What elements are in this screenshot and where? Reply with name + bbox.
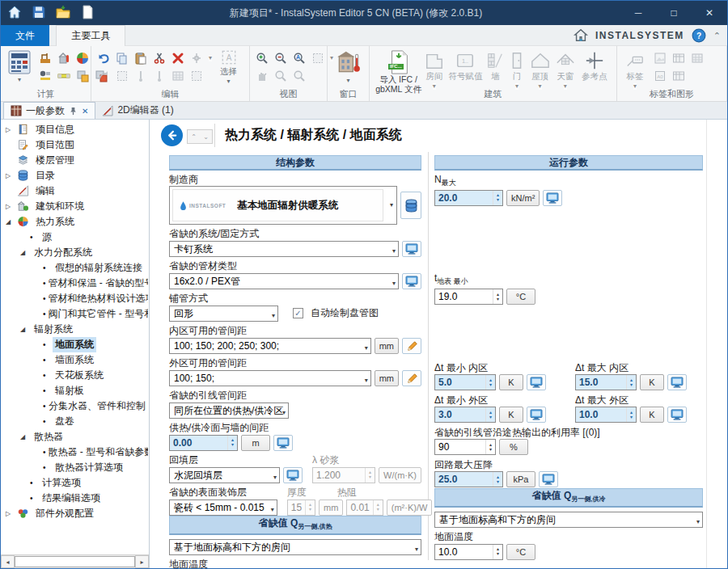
pressure-drop-spinner[interactable]: 25.0 ▴▾ xyxy=(434,471,503,487)
pin-icon[interactable] xyxy=(69,107,78,116)
scroll-right-icon[interactable]: ▸ xyxy=(135,555,149,568)
inner-spacing-combo[interactable]: 100; 150; 200; 250; 300; ▾ xyxy=(169,338,371,354)
spinner-arrows[interactable]: ▴▾ xyxy=(485,407,495,422)
auto-draw-checkbox[interactable]: ✓ xyxy=(293,308,303,318)
tree-item-5[interactable]: ▷建筑和环境 xyxy=(1,199,148,214)
import-ifc-button[interactable]: IFC... 导入 IFC / gbXML 文件 xyxy=(375,49,421,89)
ground-temp-unit-button[interactable]: °C xyxy=(506,544,535,560)
tree-item-13[interactable]: ◢辐射系统 xyxy=(1,322,148,337)
tree-item-16[interactable]: •天花板系统 xyxy=(1,368,148,383)
screed-combo[interactable]: 水泥回填层 ▾ xyxy=(169,467,280,483)
package-icon[interactable] xyxy=(76,70,89,82)
inner-spacing-edit-button[interactable] xyxy=(402,338,421,354)
expand-expander-icon[interactable]: ▷ xyxy=(6,203,17,210)
dt-catalog-button[interactable] xyxy=(667,407,687,423)
dropdown-arrow-icon[interactable]: ▾ xyxy=(272,309,275,322)
heat-demand-icon[interactable] xyxy=(57,52,70,65)
q-cooling-basis-combo[interactable]: 基于地面标高和下方的房间 ▾ xyxy=(434,512,703,528)
lead-spacing-combo[interactable]: 同所在位置的供热/供冷区 ▾ xyxy=(169,403,289,419)
expand-all-button[interactable]: ⌄ xyxy=(200,130,212,143)
outer-spacing-edit-button[interactable] xyxy=(402,370,421,386)
dropdown-arrow-icon[interactable]: ▾ xyxy=(365,341,368,354)
dropdown-arrow-icon[interactable]: ▾ xyxy=(273,470,277,483)
zoom-in-icon[interactable] xyxy=(256,52,269,65)
tab-main-tools[interactable]: 主要工具 xyxy=(56,25,125,46)
system-catalog-button[interactable] xyxy=(402,241,421,257)
tree-item-label[interactable]: 阀门和其它管件 - 型号和省 xyxy=(46,306,148,322)
auto-draw-label[interactable]: 自动绘制盘管图 xyxy=(311,306,379,320)
expand-expander-icon[interactable]: ▷ xyxy=(6,510,17,517)
expand-expander-icon[interactable]: ▷ xyxy=(6,172,17,179)
utilization-spinner[interactable]: 90 ▴▾ xyxy=(434,439,496,455)
tree-item-label[interactable]: 地面系统 xyxy=(53,337,96,352)
tree-item-label[interactable]: 项目信息 xyxy=(33,122,77,137)
tree-item-label[interactable]: 辐射系统 xyxy=(32,322,75,337)
tree-item-label[interactable]: 部件外观配置 xyxy=(33,506,96,521)
tree-item-3[interactable]: ▷目录 xyxy=(1,168,148,183)
tree-item-label[interactable]: 管材和保温 - 省缺的型号和 xyxy=(46,276,148,291)
tree-item-12[interactable]: •阀门和其它管件 - 型号和省 xyxy=(1,306,148,322)
wall-distance-unit-button[interactable]: m xyxy=(241,435,270,451)
tree-item-15[interactable]: •墙面系统 xyxy=(1,352,148,368)
tree-item-label[interactable]: 结果编辑选项 xyxy=(40,491,103,506)
minimize-button[interactable]: ─ xyxy=(620,1,656,25)
tree-item-label[interactable]: 项目范围 xyxy=(33,137,77,153)
tree-item-22[interactable]: •散热器计算选项 xyxy=(1,460,148,475)
tree-item-10[interactable]: •管材和保温 - 省缺的型号和 xyxy=(1,276,148,291)
tree-item-0[interactable]: ▷项目信息 xyxy=(1,122,148,137)
dropdown-arrow-icon[interactable]: ▾ xyxy=(696,515,700,528)
open-icon[interactable] xyxy=(56,5,70,19)
pressure-catalog-button[interactable] xyxy=(539,471,558,487)
paste-icon[interactable] xyxy=(134,52,147,65)
pipe-run-icon[interactable] xyxy=(57,70,70,82)
tab-2d-editor[interactable]: 2D编辑器 (1) xyxy=(95,102,180,119)
close-button[interactable]: ✕ xyxy=(692,1,727,25)
tab-file[interactable]: 文件 xyxy=(1,25,49,46)
tree-item-7[interactable]: •源 xyxy=(1,230,148,245)
project-structure-icon[interactable] xyxy=(39,52,52,65)
dt-catalog-button[interactable] xyxy=(527,407,546,423)
pressure-drop-unit-button[interactable]: kPa xyxy=(506,471,535,487)
tree-item-2[interactable]: 楼层管理 xyxy=(1,153,148,168)
tree-item-label[interactable]: 散热器计算选项 xyxy=(53,460,125,475)
tree-item-label[interactable]: 散热器 - 型号和省缺参数 xyxy=(46,445,148,460)
dropdown-arrow-icon[interactable]: ▾ xyxy=(365,373,368,386)
tree-item-21[interactable]: •散热器 - 型号和省缺参数 xyxy=(1,445,148,460)
spinner-arrows[interactable]: ▴▾ xyxy=(493,289,502,304)
tree-item-17[interactable]: •辐射板 xyxy=(1,383,148,398)
dropdown-arrow-icon[interactable]: ▾ xyxy=(392,276,396,289)
n-max-unit-button[interactable]: kN/m² xyxy=(506,190,540,206)
scroll-left-icon[interactable]: ◂ xyxy=(1,555,15,568)
spinner-arrows[interactable]: ▴▾ xyxy=(493,191,502,205)
spinner-arrows[interactable]: ▴▾ xyxy=(227,436,237,450)
copy-icon[interactable] xyxy=(116,52,129,65)
tree-item-label[interactable]: 管材和绝热材料设计选项 xyxy=(46,291,148,306)
tree-item-label[interactable]: 源 xyxy=(40,230,54,245)
layout-style-combo[interactable]: 回形 ▾ xyxy=(169,306,278,322)
pipe-catalog-button[interactable] xyxy=(402,273,421,289)
n-max-spinner[interactable]: 20.0 ▴▾ xyxy=(434,190,503,206)
tree-item-label[interactable]: 编辑 xyxy=(33,183,57,199)
dropdown-arrow-icon[interactable]: ▾ xyxy=(390,201,393,209)
zoom-extents-icon[interactable] xyxy=(293,70,306,82)
spinner-arrows[interactable]: ▴▾ xyxy=(485,375,495,390)
tree-item-label[interactable]: 热力系统 xyxy=(33,214,77,230)
wall-distance-spinner[interactable]: 0.00 ▴▾ xyxy=(169,435,238,451)
survey-icon[interactable] xyxy=(39,70,52,82)
new-file-icon[interactable] xyxy=(80,5,95,19)
save-icon[interactable] xyxy=(32,5,46,19)
select-dropdown-icon[interactable]: ▾ xyxy=(227,78,231,85)
close-tab-icon[interactable]: ✕ xyxy=(82,107,88,116)
tree-item-label[interactable]: 分集水器、管件和控制 xyxy=(46,398,148,414)
spinner-arrows[interactable]: ▴▾ xyxy=(493,472,502,487)
system-fixing-combo[interactable]: 卡钉系统 ▾ xyxy=(169,241,399,257)
tree-item-24[interactable]: •结果编辑选项 xyxy=(1,491,148,506)
tree-item-18[interactable]: •分集水器、管件和控制 xyxy=(1,398,148,414)
tree-item-8[interactable]: ◢水力分配系统 xyxy=(1,245,148,260)
tree-item-20[interactable]: ◢散热器 xyxy=(1,429,148,445)
q-heating-basis-combo[interactable]: 基于地面标高和下方的房间 ▾ xyxy=(169,539,421,555)
back-button[interactable] xyxy=(161,124,183,146)
tree-item-11[interactable]: •管材和绝热材料设计选项 xyxy=(1,291,148,306)
home-icon[interactable] xyxy=(7,5,22,19)
dt-max-outer-spinner[interactable]: 10.0 ▴▾ xyxy=(575,407,637,423)
